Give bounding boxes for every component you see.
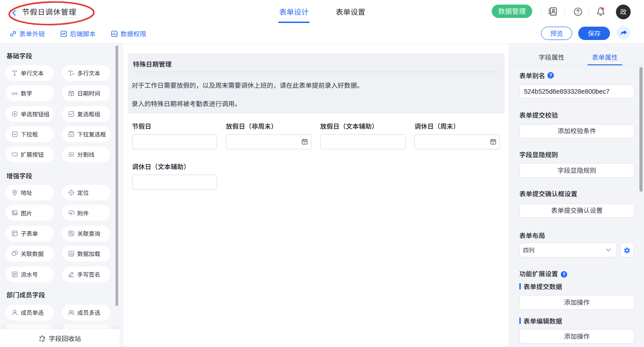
svg-text:?: ? xyxy=(549,73,552,78)
svg-text:7: 7 xyxy=(304,141,305,145)
svg-text:7: 7 xyxy=(492,141,494,145)
svg-text:123: 123 xyxy=(12,91,18,96)
svg-text:?: ? xyxy=(562,271,565,277)
